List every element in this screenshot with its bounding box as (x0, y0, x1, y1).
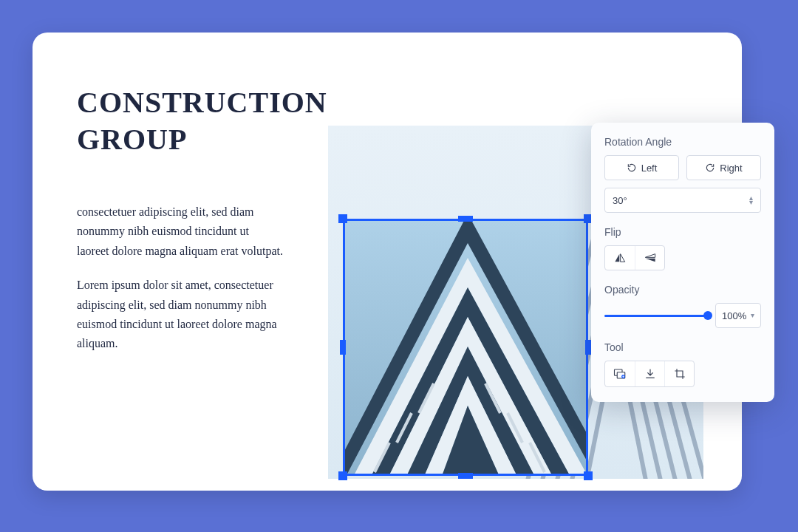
resize-handle-tl[interactable] (338, 214, 347, 223)
tool-section: Tool (604, 341, 761, 387)
rotate-right-label: Right (720, 163, 742, 174)
opacity-section: Opacity 100% ▾ (604, 284, 761, 328)
crop-icon (674, 368, 686, 380)
paragraph-1: consectetuer adipiscing elit, sed diam n… (77, 202, 284, 261)
rotate-right-button[interactable]: Right (686, 155, 761, 180)
rotate-left-label: Left (641, 163, 658, 174)
download-icon (644, 368, 656, 380)
rotation-section: Rotation Angle Left Right 30° ▴▾ (604, 136, 761, 213)
selected-image[interactable] (343, 219, 588, 476)
flip-label: Flip (604, 226, 761, 238)
stepper-icon: ▴▾ (749, 196, 753, 205)
flip-section: Flip (604, 226, 761, 270)
resize-handle-top[interactable] (458, 216, 473, 222)
flip-vertical-icon (644, 253, 656, 263)
resize-handle-bottom[interactable] (458, 473, 473, 479)
document-body: consectetuer adipiscing elit, sed diam n… (77, 202, 284, 354)
rotate-left-icon (627, 163, 637, 173)
resize-handle-bl[interactable] (338, 471, 347, 480)
crop-button[interactable] (664, 361, 694, 386)
slider-thumb[interactable] (703, 311, 712, 320)
document-title: CONSTRUCTION GROUP (77, 84, 284, 158)
resize-handle-br[interactable] (584, 471, 593, 480)
opacity-slider[interactable] (604, 309, 708, 322)
opacity-label: Opacity (604, 284, 761, 296)
rotate-left-button[interactable]: Left (604, 155, 679, 180)
building-image (345, 221, 588, 476)
flip-horizontal-icon (614, 253, 626, 263)
chevron-down-icon: ▾ (751, 313, 754, 318)
opacity-value-select[interactable]: 100% ▾ (715, 303, 761, 328)
resize-handle-right[interactable] (585, 340, 591, 355)
flip-vertical-button[interactable] (635, 246, 664, 270)
rotation-angle-value: 30° (613, 195, 627, 206)
flip-horizontal-button[interactable] (605, 246, 635, 270)
rotation-angle-select[interactable]: 30° ▴▾ (604, 188, 761, 213)
rotate-right-icon (705, 163, 715, 173)
resize-handle-left[interactable] (340, 340, 346, 355)
opacity-value: 100% (722, 310, 746, 321)
replace-icon (613, 368, 627, 380)
rotation-label: Rotation Angle (604, 136, 761, 148)
download-button[interactable] (635, 361, 664, 386)
tool-label: Tool (604, 341, 761, 353)
replace-image-button[interactable] (605, 361, 635, 386)
properties-panel: Rotation Angle Left Right 30° ▴▾ Flip (591, 123, 774, 402)
paragraph-2: Lorem ipsum dolor sit amet, consectetuer… (77, 276, 284, 354)
